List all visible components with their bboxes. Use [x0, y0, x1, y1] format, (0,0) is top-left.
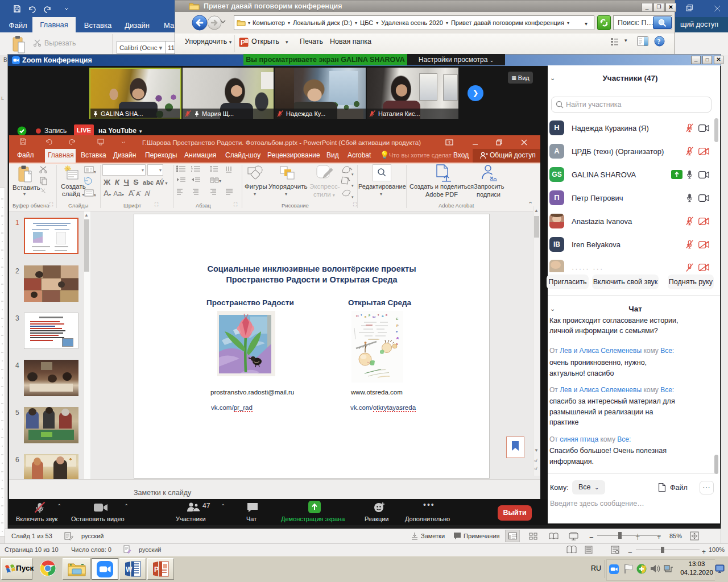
svg-text:▾: ▾: [351, 184, 354, 188]
svg-text:▾: ▾: [351, 195, 354, 199]
svg-text:▾: ▾: [351, 172, 354, 176]
svg-text:я: я: [386, 313, 387, 317]
svg-text:P: P: [154, 566, 159, 573]
svg-text:р: р: [396, 323, 399, 327]
svg-text:P: P: [241, 39, 245, 47]
svg-text:W: W: [126, 566, 133, 573]
svg-text:к: к: [365, 315, 366, 318]
svg-text:?: ?: [657, 38, 661, 45]
svg-text:О: О: [356, 314, 359, 318]
svg-text:ы: ы: [373, 315, 375, 318]
svg-text:д: д: [396, 336, 399, 339]
svg-text:р: р: [369, 313, 370, 317]
svg-text:▾: ▾: [219, 178, 221, 184]
svg-text:▾: ▾: [94, 169, 96, 174]
svg-text:▾: ▾: [94, 193, 96, 198]
svg-text:С: С: [396, 317, 399, 321]
